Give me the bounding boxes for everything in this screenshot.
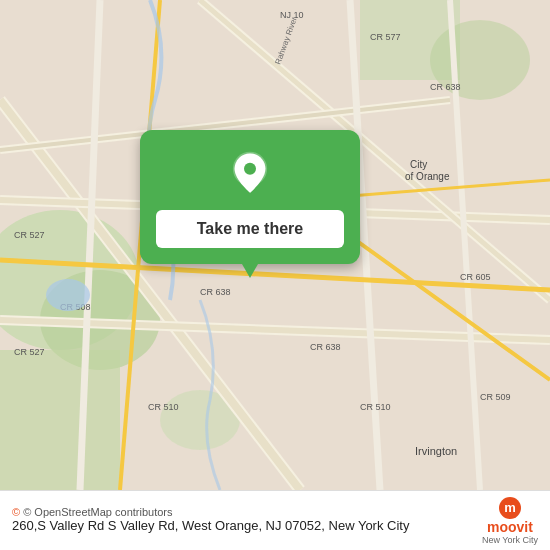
svg-text:Irvington: Irvington xyxy=(415,445,457,457)
bottom-bar: © © OpenStreetMap contributors 260,S Val… xyxy=(0,490,550,550)
svg-text:CR 605: CR 605 xyxy=(460,272,491,282)
svg-text:City: City xyxy=(410,159,427,170)
svg-rect-3 xyxy=(0,350,120,490)
address-display: 260,S Valley Rd S Valley Rd, West Orange… xyxy=(12,518,472,535)
svg-text:CR 510: CR 510 xyxy=(360,402,391,412)
svg-text:CR 638: CR 638 xyxy=(200,287,231,297)
map-container: CR 527 CR 527 CR 508 CR 510 CR 510 CR 63… xyxy=(0,0,550,490)
take-me-there-button[interactable]: Take me there xyxy=(156,210,344,248)
osm-attribution: © © OpenStreetMap contributors xyxy=(12,506,464,518)
svg-text:CR 577: CR 577 xyxy=(370,32,401,42)
svg-text:CR 527: CR 527 xyxy=(14,230,45,240)
svg-point-43 xyxy=(244,163,256,175)
svg-text:CR 509: CR 509 xyxy=(480,392,511,402)
location-pin-icon xyxy=(226,150,274,198)
card-pointer xyxy=(242,264,258,278)
moovit-logo: m moovit New York City xyxy=(482,497,538,545)
svg-text:CR 510: CR 510 xyxy=(148,402,179,412)
svg-point-40 xyxy=(46,279,90,311)
svg-text:CR 527: CR 527 xyxy=(14,347,45,357)
moovit-brand-text: moovit xyxy=(487,519,533,535)
navigation-card[interactable]: Take me there xyxy=(140,130,360,264)
svg-text:CR 638: CR 638 xyxy=(430,82,461,92)
moovit-city-text: New York City xyxy=(482,535,538,545)
svg-text:CR 638: CR 638 xyxy=(310,342,341,352)
svg-text:of Orange: of Orange xyxy=(405,171,450,182)
